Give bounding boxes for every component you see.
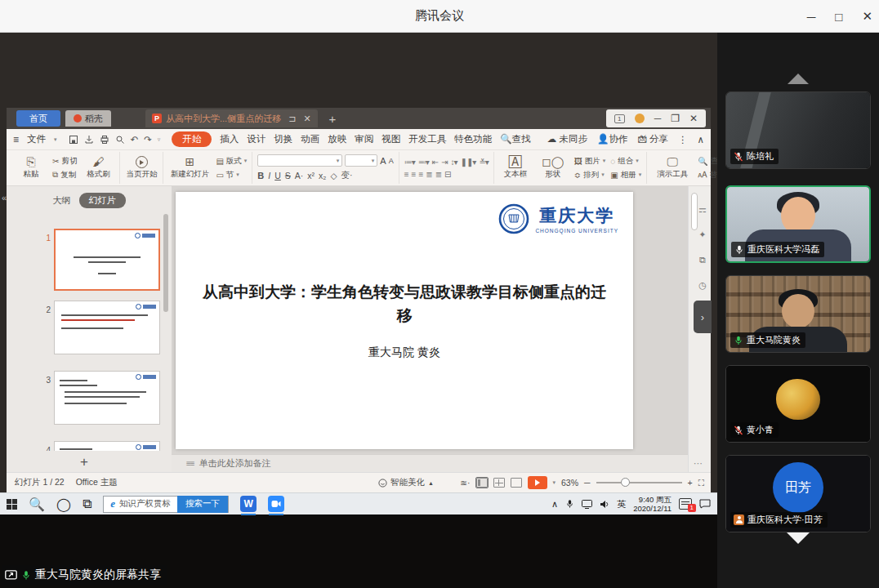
copy-button[interactable]: ⧉复制 — [52, 170, 77, 180]
zoom-percent[interactable]: 63% — [561, 478, 578, 488]
paste-button[interactable]: ⎘粘贴 — [15, 156, 47, 180]
scroll-down-arrow[interactable] — [787, 532, 810, 544]
menu-special-tab[interactable]: 特色功能 — [454, 133, 492, 145]
hamburger-icon[interactable]: ≡ — [13, 134, 19, 145]
columns-icon[interactable]: ❚❚▾ — [461, 158, 476, 167]
menu-review-tab[interactable]: 审阅 — [355, 133, 373, 145]
para-more-icon[interactable]: ⊟ — [444, 170, 450, 179]
wps-restore-button[interactable]: ❐ — [671, 113, 680, 124]
align-left-icon[interactable]: ≡ — [404, 170, 408, 179]
arrange-button[interactable]: ≎排列▾ — [574, 170, 606, 180]
tray-mic-icon[interactable] — [565, 499, 574, 509]
close-tab-icon[interactable]: ✕ — [303, 114, 310, 124]
font-color-icon[interactable]: A· — [295, 171, 304, 180]
sync-status[interactable]: ☁ 未同步 — [547, 133, 587, 145]
subscript-icon[interactable]: x₂ — [319, 171, 326, 180]
save-icon[interactable] — [69, 135, 78, 145]
indent-icon[interactable]: ⇥ — [441, 158, 447, 167]
input-language[interactable]: 英 — [617, 498, 626, 510]
wps-taskbar-icon[interactable]: W — [240, 496, 257, 512]
picture-button[interactable]: 🖼图片▾ — [574, 156, 606, 167]
slide-author[interactable]: 重大马院 黄炎 — [176, 345, 633, 360]
justify-icon[interactable]: ≣ — [426, 170, 431, 179]
slide-1[interactable]: 重庆大学 CHONGQING UNIVERSITY 从高中到大学：学生角色转变与… — [176, 192, 633, 449]
tray-speaker-icon[interactable] — [600, 500, 609, 509]
share-button[interactable]: 🖄 分享 — [637, 133, 668, 145]
expand-sidebar-tab[interactable]: › — [694, 301, 712, 333]
task-view-icon[interactable]: ⧉ — [83, 497, 91, 511]
menu-animation-tab[interactable]: 动画 — [301, 133, 319, 145]
scroll-up-arrow[interactable] — [788, 74, 809, 84]
slide-thumbnail-4[interactable] — [54, 441, 160, 451]
italic-button[interactable]: I — [268, 171, 270, 180]
layout-button[interactable]: ▤版式▾ — [216, 156, 247, 167]
line-spacing-icon[interactable]: ↕▾ — [451, 158, 457, 167]
participant-tile-4[interactable]: 黄小青 — [725, 365, 871, 443]
menu-find[interactable]: 🔍查找 — [500, 133, 530, 145]
align-right-icon[interactable]: ≡ — [418, 170, 422, 179]
wps-home-tab[interactable]: 首页 — [16, 110, 60, 127]
play-options-caret[interactable]: ▾ — [553, 479, 556, 486]
menu-slideshow-tab[interactable]: 放映 — [328, 133, 346, 145]
play-from-current-button[interactable]: 当页开始 — [125, 156, 158, 180]
minimize-button[interactable]: ─ — [807, 10, 816, 24]
taskbar-clock[interactable]: 9:40 周五 2020/12/11 — [633, 495, 672, 514]
outline-tab[interactable]: 大纲 — [53, 194, 71, 207]
menu-design-tab[interactable]: 设计 — [247, 133, 265, 145]
strip-more-icon[interactable]: ⋯ — [694, 458, 703, 469]
taskbar-search-button[interactable]: 搜索一下 — [177, 496, 228, 513]
new-slide-button[interactable]: ⊞新建幻灯片 — [168, 156, 211, 180]
align-center-icon[interactable]: ≡ — [412, 170, 416, 179]
layers-icon[interactable]: ⧉ — [699, 255, 706, 265]
increase-font-icon[interactable]: A — [380, 156, 386, 166]
slide-thumbnail-1[interactable] — [54, 229, 160, 291]
menu-insert-tab[interactable]: 插入 — [220, 133, 239, 145]
underline-button[interactable]: U — [274, 171, 281, 180]
menu-start-tab[interactable]: 开始 — [172, 131, 212, 147]
slide-thumbnail-3[interactable] — [54, 371, 160, 425]
undo-icon[interactable]: ↶ — [131, 134, 139, 145]
numbering-icon[interactable]: ≕▾ — [418, 158, 429, 167]
slides-tab[interactable]: 幻灯片 — [79, 193, 126, 208]
decrease-font-icon[interactable]: A — [389, 157, 394, 165]
file-caret-icon[interactable]: ▾ — [54, 136, 57, 143]
doc-count-badge[interactable]: 1 — [614, 114, 625, 123]
reading-view-button[interactable] — [511, 478, 522, 488]
bold-button[interactable]: B — [257, 171, 264, 180]
collab-button[interactable]: 👤协作 — [597, 133, 627, 145]
wps-close-button[interactable]: ✕ — [689, 113, 698, 124]
zoom-in-button[interactable]: + — [688, 478, 693, 488]
theme-name[interactable]: Office 主题 — [76, 477, 118, 488]
superscript-icon[interactable]: x² — [307, 171, 315, 180]
collapse-ribbon-icon[interactable]: ∧ — [698, 134, 704, 145]
close-button[interactable]: ✕ — [862, 9, 872, 24]
outdent-icon[interactable]: ⇤ — [432, 158, 438, 167]
print-icon[interactable] — [100, 135, 109, 145]
cortana-icon[interactable]: ◯ — [56, 497, 71, 512]
font-size-select[interactable]: ▾ — [345, 154, 377, 167]
font-family-select[interactable]: ▾ — [257, 154, 342, 167]
zoom-slider[interactable] — [596, 482, 682, 483]
tray-expand-icon[interactable]: ∧ — [551, 499, 558, 510]
text-direction-icon[interactable]: ≚▾ — [479, 158, 488, 167]
display-mode-icon[interactable]: ≊· — [460, 478, 470, 488]
notification-icon[interactable]: 1 — [679, 498, 692, 510]
maximize-button[interactable]: □ — [835, 10, 842, 24]
bullets-icon[interactable]: ≔▾ — [404, 158, 415, 167]
participant-tile-1[interactable]: 陈培礼 — [725, 91, 871, 169]
output-icon[interactable] — [84, 135, 94, 145]
menu-transition-tab[interactable]: 切换 — [274, 133, 292, 145]
wps-minimize-button[interactable]: ─ — [654, 113, 662, 124]
slide-sorter-button[interactable] — [493, 478, 505, 488]
section-button[interactable]: ▭节▾ — [216, 170, 247, 180]
wps-docer-tab[interactable]: 稻壳 — [65, 110, 111, 127]
slide-title[interactable]: 从高中到大学：学生角色转变与思政课教学目标侧重点的迁移 — [200, 280, 609, 328]
account-avatar[interactable] — [635, 114, 645, 123]
customize-caret-icon[interactable]: ▿ — [158, 136, 161, 143]
fit-screen-icon[interactable]: ⛶ — [698, 478, 704, 488]
participant-tile-2[interactable]: 重庆医科大学冯磊 — [725, 185, 871, 263]
canvas-scrollbar[interactable] — [691, 193, 698, 230]
distribute-icon[interactable]: ≣ — [435, 170, 441, 179]
action-center-icon[interactable] — [699, 499, 711, 509]
participant-tile-5[interactable]: 田芳 重庆医科大学·田芳 — [725, 455, 871, 532]
